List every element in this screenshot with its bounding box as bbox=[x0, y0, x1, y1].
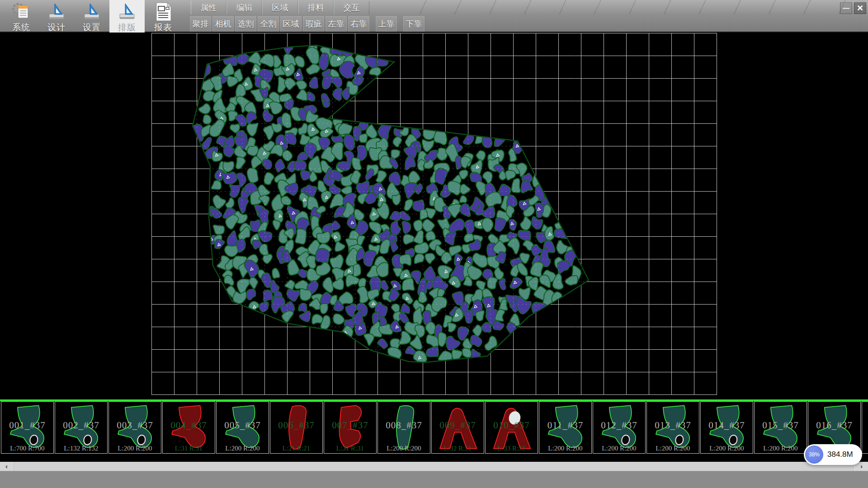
horizontal-scrollbar[interactable]: ‹ › bbox=[0, 462, 868, 471]
piece-id-label: 007_#37 bbox=[324, 420, 376, 431]
piece-thumbnail[interactable]: 004_#37L:31 R:31 bbox=[162, 401, 215, 454]
menu-item-interact[interactable]: 交互 bbox=[334, 1, 369, 14]
action-button-cluster-nest[interactable]: 聚排 bbox=[190, 16, 211, 32]
piece-thumbnail[interactable]: 001_#37L:700 R:700 bbox=[1, 401, 54, 454]
menu-item-nesting[interactable]: 排料 bbox=[298, 1, 334, 14]
piece-id-label: 004_#37 bbox=[163, 420, 215, 431]
piece-thumbnail[interactable]: 005_#37L:200 R:200 bbox=[216, 401, 269, 454]
piece-id-label: 008_#37 bbox=[378, 420, 430, 431]
action-button-select-cut[interactable]: 选割 bbox=[235, 16, 256, 32]
piece-thumbnail[interactable]: 012_#37L:200 R:200 bbox=[593, 401, 646, 454]
piece-id-label: 015_#37 bbox=[755, 420, 807, 431]
piece-id-label: 001_#37 bbox=[1, 420, 53, 431]
system-icon bbox=[11, 2, 32, 22]
piece-lr-count-label: L:31 R:31 bbox=[163, 445, 215, 452]
mode-button-system[interactable]: 系统 bbox=[4, 0, 39, 33]
piece-thumbnail[interactable]: 011_#37L:200 R:200 bbox=[539, 401, 592, 454]
action-button-align-top[interactable]: 上靠 bbox=[376, 16, 397, 32]
status-bar bbox=[0, 471, 868, 488]
action-bar: 聚排相机选割全割区域瑕疵左靠右靠上靠下靠 bbox=[190, 16, 426, 32]
piece-thumbnail-strip: 001_#37L:700 R:700002_#37L:132 R:132003_… bbox=[0, 399, 868, 454]
piece-id-label: 005_#37 bbox=[217, 420, 269, 431]
piece-lr-count-label: L:200 R:200 bbox=[755, 445, 807, 452]
piece-id-label: 016_#37 bbox=[808, 420, 860, 431]
piece-lr-count-label: L:200 R:200 bbox=[647, 445, 699, 452]
toolbar-decoration bbox=[407, 0, 868, 14]
action-button-camera[interactable]: 相机 bbox=[212, 16, 234, 32]
menu-item-properties[interactable]: 属性 bbox=[191, 1, 226, 14]
toolbar: 系统设计设置排版报表 属性编辑区域排料交互 聚排相机选割全割区域瑕疵左靠右靠上靠… bbox=[0, 0, 868, 33]
piece-lr-count-label: L:21 R:21 bbox=[270, 445, 322, 452]
scroll-left-arrow-icon[interactable]: ‹ bbox=[0, 462, 13, 471]
piece-lr-count-label: L:31 R:31 bbox=[324, 445, 376, 452]
piece-lr-count-label: L:200 R:200 bbox=[378, 445, 430, 452]
action-button-align-right[interactable]: 右靠 bbox=[348, 16, 369, 32]
piece-id-label: 011_#37 bbox=[539, 420, 591, 431]
mode-label: 设置 bbox=[83, 22, 101, 33]
menu-item-region[interactable]: 区域 bbox=[262, 1, 298, 14]
piece-id-label: 013_#37 bbox=[647, 420, 699, 431]
action-button-align-left[interactable]: 左靠 bbox=[326, 16, 347, 32]
menu-bar: 属性编辑区域排料交互 bbox=[191, 1, 369, 14]
ruler-icon bbox=[117, 2, 137, 22]
piece-lr-count-label: L:200 R:200 bbox=[701, 445, 753, 452]
piece-thumbnail[interactable]: 013_#37L:200 R:200 bbox=[646, 401, 699, 454]
action-button-align-bottom[interactable]: 下靠 bbox=[403, 16, 425, 32]
piece-thumbnail[interactable]: 002_#37L:132 R:132 bbox=[55, 401, 108, 454]
mode-label: 设计 bbox=[47, 22, 66, 33]
menu-item-edit[interactable]: 编辑 bbox=[226, 1, 262, 14]
mode-label: 排版 bbox=[118, 22, 136, 33]
nesting-workspace[interactable] bbox=[0, 33, 868, 399]
mode-button-report[interactable]: 报表 bbox=[146, 0, 181, 33]
piece-lr-count-label: L:32 R:31 bbox=[432, 445, 484, 452]
memory-progress-badge[interactable]: 38% 384.8M bbox=[804, 444, 862, 465]
mode-button-layout[interactable]: 排版 bbox=[109, 0, 145, 33]
piece-lr-count-label: L:700 R:700 bbox=[1, 445, 53, 452]
window-controls: — ✕ bbox=[838, 2, 866, 14]
scrollbar-thumb[interactable] bbox=[14, 462, 854, 471]
piece-thumbnail[interactable]: 010_#37L:33 R:33 bbox=[485, 401, 538, 454]
piece-id-label: 009_#37 bbox=[432, 420, 484, 431]
piece-lr-count-label: L:132 R:132 bbox=[55, 445, 107, 452]
piece-lr-count-label: L:200 R:200 bbox=[217, 445, 269, 452]
report-icon bbox=[153, 2, 174, 22]
piece-id-label: 002_#37 bbox=[55, 420, 107, 431]
mode-button-settings[interactable]: 设置 bbox=[74, 0, 109, 33]
piece-lr-count-label: L:200 R:200 bbox=[109, 445, 161, 452]
mode-label: 报表 bbox=[154, 22, 172, 33]
piece-id-label: 014_#37 bbox=[701, 420, 753, 431]
piece-lr-count-label: L:33 R:33 bbox=[486, 445, 538, 452]
piece-thumbnail[interactable]: 015_#37L:200 R:200 bbox=[754, 401, 807, 454]
piece-thumbnail[interactable]: 009_#37L:32 R:31 bbox=[431, 401, 484, 454]
ruler-icon bbox=[46, 2, 67, 22]
close-button[interactable]: ✕ bbox=[854, 2, 866, 14]
piece-lr-count-label: L:200 R:200 bbox=[593, 445, 645, 452]
action-button-region[interactable]: 区域 bbox=[280, 16, 302, 32]
nesting-canvas[interactable] bbox=[0, 33, 868, 399]
progress-percent-icon: 38% bbox=[805, 446, 823, 464]
action-button-defect[interactable]: 瑕疵 bbox=[303, 16, 324, 32]
piece-thumbnail[interactable]: 007_#37L:31 R:31 bbox=[324, 401, 377, 454]
piece-thumbnail[interactable]: 014_#37L:200 R:200 bbox=[700, 401, 753, 454]
piece-id-label: 010_#37 bbox=[486, 420, 538, 431]
piece-lr-count-label: L: bbox=[862, 445, 868, 452]
application-window: 系统设计设置排版报表 属性编辑区域排料交互 聚排相机选割全割区域瑕疵左靠右靠上靠… bbox=[0, 0, 868, 488]
mode-button-design[interactable]: 设计 bbox=[39, 0, 74, 33]
minimize-button[interactable]: — bbox=[840, 2, 852, 14]
piece-id-label: 0 bbox=[862, 420, 868, 431]
action-button-cut-all[interactable]: 全割 bbox=[258, 16, 279, 32]
ruler-icon bbox=[81, 2, 102, 22]
piece-id-label: 006_#37 bbox=[270, 420, 322, 431]
mode-label: 系统 bbox=[12, 22, 30, 33]
piece-lr-count-label: L:200 R:200 bbox=[539, 445, 591, 452]
piece-id-label: 012_#37 bbox=[593, 420, 645, 431]
piece-id-label: 003_#37 bbox=[109, 420, 161, 431]
memory-size-label: 384.8M bbox=[827, 444, 853, 465]
piece-thumbnail[interactable]: 003_#37L:200 R:200 bbox=[108, 401, 161, 454]
piece-thumbnail[interactable]: 006_#37L:21 R:21 bbox=[270, 401, 323, 454]
piece-thumbnail[interactable]: 008_#37L:200 R:200 bbox=[377, 401, 430, 454]
piece-thumbnail[interactable]: 0L: bbox=[862, 401, 868, 454]
